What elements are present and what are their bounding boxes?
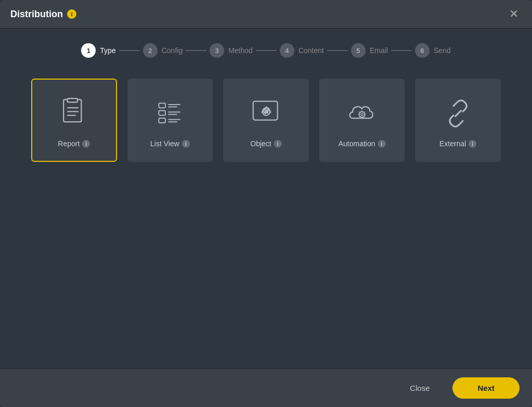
distribution-dialog: Distribution i ✕ 1 Type 2 Config 3 Metho…	[0, 0, 532, 407]
external-label-row: External i	[439, 139, 476, 148]
svg-rect-8	[159, 111, 165, 116]
step-1-label: Type	[100, 46, 115, 55]
step-4-label: Content	[299, 46, 324, 55]
type-selection-area: Report i List View	[0, 68, 532, 368]
object-label-row: Object i	[250, 139, 281, 148]
step-5[interactable]: 5 Email	[351, 43, 388, 58]
step-3-circle: 3	[210, 43, 224, 58]
svg-rect-1	[68, 98, 78, 102]
svg-line-26	[359, 116, 360, 117]
step-5-circle: 5	[351, 43, 366, 58]
report-icon	[53, 93, 95, 134]
dialog-footer: Close Next	[0, 368, 532, 407]
svg-rect-11	[159, 118, 165, 123]
step-1[interactable]: 1 Type	[81, 43, 115, 58]
list-view-info-badge: i	[182, 140, 190, 148]
title-info-badge: i	[67, 9, 76, 19]
close-button[interactable]: Close	[395, 378, 444, 398]
next-button[interactable]: Next	[452, 377, 520, 399]
report-label-row: Report i	[58, 139, 90, 148]
list-view-icon	[149, 93, 191, 134]
svg-text:♛: ♛	[263, 106, 270, 115]
step-1-circle: 1	[81, 43, 96, 58]
list-view-label: List View	[150, 139, 179, 148]
object-label: Object	[250, 139, 271, 148]
step-6-label: Send	[434, 46, 451, 55]
title-bar: Distribution i ✕	[0, 0, 532, 29]
svg-rect-5	[159, 103, 165, 108]
automation-info-badge: i	[378, 140, 386, 148]
list-view-label-row: List View i	[150, 139, 190, 148]
external-label: External	[439, 139, 466, 148]
report-label: Report	[58, 139, 80, 148]
step-connector-2-3	[186, 50, 206, 51]
step-connector-3-4	[256, 50, 277, 51]
svg-line-27	[455, 111, 461, 117]
title-label: Distribution	[10, 9, 63, 20]
svg-line-24	[364, 116, 365, 117]
type-card-report[interactable]: Report i	[31, 79, 117, 162]
external-icon	[437, 93, 479, 134]
automation-label-row: Automation i	[339, 139, 386, 148]
step-5-label: Email	[370, 46, 388, 55]
type-card-list-view[interactable]: List View i	[127, 79, 213, 162]
automation-label: Automation	[339, 139, 375, 148]
step-3-label: Method	[228, 46, 253, 55]
step-connector-1-2	[119, 50, 140, 51]
wizard-stepper: 1 Type 2 Config 3 Method 4 Content 5 Ema…	[0, 29, 532, 68]
step-6[interactable]: 6 Send	[415, 43, 451, 58]
step-2-label: Config	[162, 46, 183, 55]
svg-line-25	[364, 112, 365, 113]
report-info-badge: i	[82, 140, 90, 148]
step-2[interactable]: 2 Config	[143, 43, 183, 58]
step-2-circle: 2	[143, 43, 158, 58]
svg-point-18	[361, 113, 364, 116]
step-connector-4-5	[327, 50, 348, 51]
external-info-badge: i	[469, 140, 476, 148]
object-info-badge: i	[274, 140, 282, 148]
type-card-external[interactable]: External i	[415, 79, 501, 162]
dialog-close-button[interactable]: ✕	[506, 7, 522, 21]
dialog-title: Distribution i	[10, 9, 76, 20]
type-card-automation[interactable]: Automation i	[319, 79, 405, 162]
svg-line-23	[359, 112, 360, 113]
step-3[interactable]: 3 Method	[210, 43, 253, 58]
automation-icon	[341, 93, 383, 134]
step-4-circle: 4	[280, 43, 294, 58]
type-card-object[interactable]: ♛ Object i	[223, 79, 309, 162]
step-connector-5-6	[391, 50, 412, 51]
step-4[interactable]: 4 Content	[280, 43, 324, 58]
object-icon: ♛	[245, 93, 287, 134]
step-6-circle: 6	[415, 43, 430, 58]
